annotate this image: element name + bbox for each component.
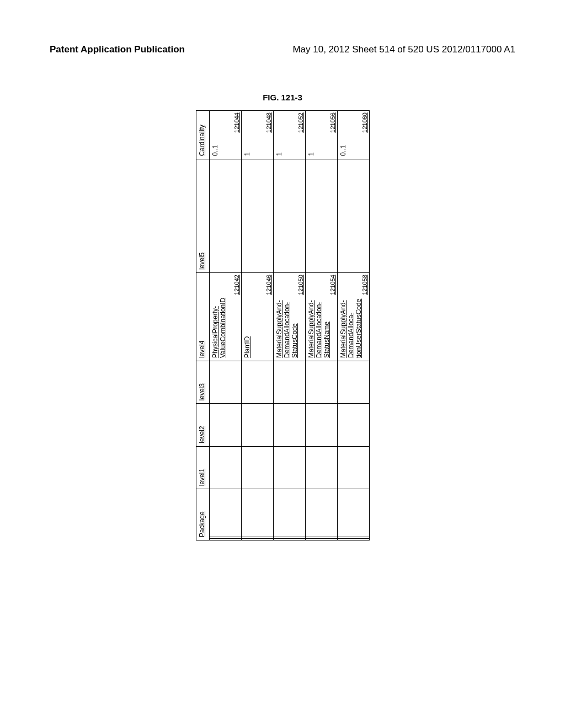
cell-cardinality: 0..1 121060 <box>337 111 369 159</box>
cardinality-text: 1 <box>243 152 251 156</box>
col-level1: level1 <box>196 446 209 489</box>
cardinality-text: 0..1 <box>211 145 219 156</box>
cell-level3 <box>209 361 241 404</box>
table-row: PhysicalProperty-ValueCombinationID 1210… <box>209 111 241 540</box>
cell-level2 <box>305 404 337 446</box>
cell-level3 <box>273 361 305 404</box>
cell-level5 <box>337 159 369 272</box>
cell-level2 <box>241 404 273 446</box>
ref-number: 121060 <box>361 113 368 133</box>
cell-package <box>273 489 305 540</box>
cardinality-text: 1 <box>275 152 283 156</box>
ref-number: 121058 <box>361 275 368 295</box>
cell-level4: MaterialSupplyAnd-DemandAllocation-Statu… <box>273 273 305 361</box>
header-right: May 10, 2012 Sheet 514 of 520 US 2012/01… <box>292 44 515 55</box>
cell-level1 <box>305 446 337 489</box>
cell-package <box>209 489 241 540</box>
cell-level2 <box>337 404 369 446</box>
ref-number: 121046 <box>265 275 272 295</box>
cell-level5 <box>209 159 241 272</box>
col-cardinality: Cardinality <box>196 111 209 159</box>
cell-cardinality: 0..1 121044 <box>209 111 241 159</box>
figure-title: FIG. 121-3 <box>263 93 302 102</box>
level4-text: MaterialSupplyAnd-DemandAllocation-Statu… <box>307 300 331 358</box>
cell-level5 <box>305 159 337 272</box>
level4-text: MaterialSupplyAnd-DemandAlloca-tionUserS… <box>339 299 363 358</box>
col-package: Package <box>196 489 209 540</box>
table-row: PlantID 121046 1 121048 <box>241 111 273 540</box>
col-level2: level2 <box>196 404 209 446</box>
cell-level5 <box>273 159 305 272</box>
cell-level1 <box>337 446 369 489</box>
cell-level3 <box>305 361 337 404</box>
cell-level4: MaterialSupplyAnd-DemandAlloca-tionUserS… <box>337 273 369 361</box>
cell-level4: MaterialSupplyAnd-DemandAllocation-Statu… <box>305 273 337 361</box>
header-left: Patent Application Publication <box>50 44 185 55</box>
ref-number: 121050 <box>297 275 304 295</box>
table-row: MaterialSupplyAnd-DemandAllocation-Statu… <box>305 111 337 540</box>
diagram-table: Package level1 level2 level3 level4 leve… <box>196 110 370 540</box>
level4-text: PlantID <box>243 336 251 358</box>
table-row: MaterialSupplyAnd-DemandAllocation-Statu… <box>273 111 305 540</box>
col-level4: level4 <box>196 273 209 361</box>
level4-text: MaterialSupplyAnd-DemandAllocation-Statu… <box>275 300 299 358</box>
cell-package <box>337 489 369 540</box>
cell-cardinality: 1 121056 <box>305 111 337 159</box>
cell-level2 <box>209 404 241 446</box>
ref-number: 121042 <box>233 275 240 295</box>
cell-package <box>305 489 337 540</box>
cell-level4: PlantID 121046 <box>241 273 273 361</box>
cardinality-text: 0..1 <box>339 145 347 156</box>
table-row: MaterialSupplyAnd-DemandAlloca-tionUserS… <box>337 111 369 540</box>
level4-text: PhysicalProperty-ValueCombinationID <box>211 298 227 358</box>
page-header: Patent Application Publication May 10, 2… <box>0 44 565 55</box>
cell-level3 <box>241 361 273 404</box>
cell-level1 <box>241 446 273 489</box>
ref-number: 121048 <box>265 113 272 133</box>
cell-level4: PhysicalProperty-ValueCombinationID 1210… <box>209 273 241 361</box>
col-level5: level5 <box>196 159 209 272</box>
cell-level1 <box>209 446 241 489</box>
cell-cardinality: 1 121048 <box>241 111 273 159</box>
ref-number: 121052 <box>297 113 304 133</box>
ref-number: 121054 <box>329 275 336 295</box>
cell-level2 <box>273 404 305 446</box>
cell-level3 <box>337 361 369 404</box>
cell-level5 <box>241 159 273 272</box>
cell-cardinality: 1 121052 <box>273 111 305 159</box>
ref-number: 121056 <box>329 113 336 133</box>
ref-number: 121044 <box>233 113 240 133</box>
col-level3: level3 <box>196 361 209 404</box>
table-header-row: Package level1 level2 level3 level4 leve… <box>196 111 209 540</box>
cell-package <box>241 489 273 540</box>
cell-level1 <box>273 446 305 489</box>
diagram-table-wrap: Package level1 level2 level3 level4 leve… <box>196 110 370 540</box>
cardinality-text: 1 <box>307 152 315 156</box>
